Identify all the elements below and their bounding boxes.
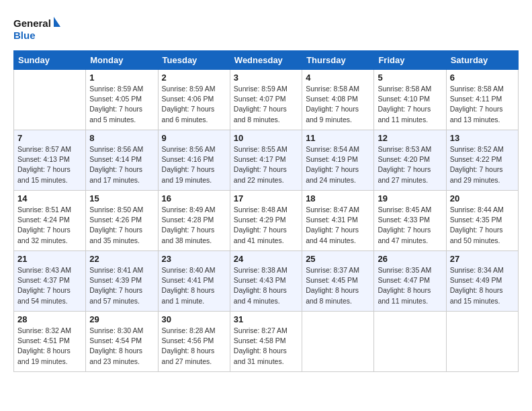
day-header-wednesday: Wednesday	[230, 51, 302, 70]
day-number: 11	[306, 133, 370, 143]
calendar-cell: 9Sunrise: 8:56 AMSunset: 4:16 PMDaylight…	[158, 130, 230, 191]
calendar-cell: 2Sunrise: 8:59 AMSunset: 4:06 PMDaylight…	[158, 70, 230, 130]
calendar-cell: 6Sunrise: 8:58 AMSunset: 4:11 PMDaylight…	[446, 70, 518, 130]
calendar-cell	[302, 312, 374, 372]
day-info: Sunrise: 8:43 AMSunset: 4:37 PMDaylight:…	[17, 265, 82, 306]
day-number: 5	[378, 73, 442, 83]
day-number: 19	[378, 193, 442, 203]
day-header-tuesday: Tuesday	[158, 51, 230, 70]
day-info: Sunrise: 8:40 AMSunset: 4:41 PMDaylight:…	[162, 265, 226, 306]
day-info: Sunrise: 8:48 AMSunset: 4:29 PMDaylight:…	[234, 205, 298, 246]
day-number: 28	[17, 314, 82, 324]
calendar-cell: 16Sunrise: 8:49 AMSunset: 4:28 PMDayligh…	[158, 191, 230, 251]
calendar-cell: 29Sunrise: 8:30 AMSunset: 4:54 PMDayligh…	[86, 312, 158, 372]
page-header: General Blue	[13, 13, 519, 44]
day-number: 17	[234, 193, 298, 203]
calendar-week-4: 21Sunrise: 8:43 AMSunset: 4:37 PMDayligh…	[14, 251, 519, 312]
day-info: Sunrise: 8:45 AMSunset: 4:33 PMDaylight:…	[378, 205, 442, 246]
calendar-cell: 30Sunrise: 8:28 AMSunset: 4:56 PMDayligh…	[158, 312, 230, 372]
day-info: Sunrise: 8:58 AMSunset: 4:08 PMDaylight:…	[306, 84, 370, 125]
day-number: 29	[89, 314, 154, 324]
day-number: 2	[162, 73, 226, 83]
day-info: Sunrise: 8:59 AMSunset: 4:05 PMDaylight:…	[89, 84, 154, 125]
day-number: 23	[162, 254, 226, 264]
calendar-cell: 23Sunrise: 8:40 AMSunset: 4:41 PMDayligh…	[158, 251, 230, 312]
day-number: 8	[89, 133, 154, 143]
day-number: 16	[162, 193, 226, 203]
calendar-cell: 7Sunrise: 8:57 AMSunset: 4:13 PMDaylight…	[14, 130, 86, 191]
day-number: 22	[89, 254, 154, 264]
day-number: 14	[17, 193, 82, 203]
day-info: Sunrise: 8:49 AMSunset: 4:28 PMDaylight:…	[162, 205, 226, 246]
day-number: 27	[450, 254, 515, 264]
calendar-week-5: 28Sunrise: 8:32 AMSunset: 4:51 PMDayligh…	[14, 312, 519, 372]
calendar-cell: 5Sunrise: 8:58 AMSunset: 4:10 PMDaylight…	[374, 70, 446, 130]
calendar-cell: 28Sunrise: 8:32 AMSunset: 4:51 PMDayligh…	[14, 312, 86, 372]
day-number: 3	[234, 73, 298, 83]
calendar-header-row: SundayMondayTuesdayWednesdayThursdayFrid…	[14, 51, 519, 70]
day-info: Sunrise: 8:38 AMSunset: 4:43 PMDaylight:…	[234, 265, 298, 306]
day-info: Sunrise: 8:35 AMSunset: 4:47 PMDaylight:…	[378, 265, 442, 306]
day-number: 24	[234, 254, 298, 264]
day-info: Sunrise: 8:51 AMSunset: 4:24 PMDaylight:…	[17, 205, 82, 246]
calendar-week-2: 7Sunrise: 8:57 AMSunset: 4:13 PMDaylight…	[14, 130, 519, 191]
day-info: Sunrise: 8:57 AMSunset: 4:13 PMDaylight:…	[17, 144, 82, 185]
day-header-friday: Friday	[374, 51, 446, 70]
calendar-cell: 18Sunrise: 8:47 AMSunset: 4:31 PMDayligh…	[302, 191, 374, 251]
calendar-cell: 4Sunrise: 8:58 AMSunset: 4:08 PMDaylight…	[302, 70, 374, 130]
day-info: Sunrise: 8:56 AMSunset: 4:16 PMDaylight:…	[162, 144, 226, 185]
day-info: Sunrise: 8:58 AMSunset: 4:11 PMDaylight:…	[450, 84, 515, 125]
calendar-week-3: 14Sunrise: 8:51 AMSunset: 4:24 PMDayligh…	[14, 191, 519, 251]
day-number: 6	[450, 73, 515, 83]
day-info: Sunrise: 8:55 AMSunset: 4:17 PMDaylight:…	[234, 144, 298, 185]
day-number: 30	[162, 314, 226, 324]
day-info: Sunrise: 8:59 AMSunset: 4:07 PMDaylight:…	[234, 84, 298, 125]
logo: General Blue	[13, 13, 60, 44]
calendar-cell: 1Sunrise: 8:59 AMSunset: 4:05 PMDaylight…	[86, 70, 158, 130]
calendar-cell: 19Sunrise: 8:45 AMSunset: 4:33 PMDayligh…	[374, 191, 446, 251]
calendar-cell: 24Sunrise: 8:38 AMSunset: 4:43 PMDayligh…	[230, 251, 302, 312]
day-info: Sunrise: 8:32 AMSunset: 4:51 PMDaylight:…	[17, 326, 82, 367]
day-info: Sunrise: 8:59 AMSunset: 4:06 PMDaylight:…	[162, 84, 226, 125]
day-info: Sunrise: 8:58 AMSunset: 4:10 PMDaylight:…	[378, 84, 442, 125]
calendar-cell: 11Sunrise: 8:54 AMSunset: 4:19 PMDayligh…	[302, 130, 374, 191]
day-header-monday: Monday	[86, 51, 158, 70]
calendar-cell	[374, 312, 446, 372]
calendar-cell: 22Sunrise: 8:41 AMSunset: 4:39 PMDayligh…	[86, 251, 158, 312]
calendar-cell: 12Sunrise: 8:53 AMSunset: 4:20 PMDayligh…	[374, 130, 446, 191]
calendar-cell: 14Sunrise: 8:51 AMSunset: 4:24 PMDayligh…	[14, 191, 86, 251]
logo-icon: General Blue	[13, 13, 60, 44]
svg-text:Blue: Blue	[13, 30, 36, 41]
day-number: 9	[162, 133, 226, 143]
calendar-cell: 31Sunrise: 8:27 AMSunset: 4:58 PMDayligh…	[230, 312, 302, 372]
calendar-cell	[14, 70, 86, 130]
day-number: 31	[234, 314, 298, 324]
day-number: 25	[306, 254, 370, 264]
day-info: Sunrise: 8:28 AMSunset: 4:56 PMDaylight:…	[162, 326, 226, 367]
day-number: 18	[306, 193, 370, 203]
day-number: 10	[234, 133, 298, 143]
day-number: 13	[450, 133, 515, 143]
calendar-cell: 13Sunrise: 8:52 AMSunset: 4:22 PMDayligh…	[446, 130, 518, 191]
day-header-thursday: Thursday	[302, 51, 374, 70]
day-info: Sunrise: 8:53 AMSunset: 4:20 PMDaylight:…	[378, 144, 442, 185]
calendar-cell: 15Sunrise: 8:50 AMSunset: 4:26 PMDayligh…	[86, 191, 158, 251]
calendar-cell	[446, 312, 518, 372]
day-header-saturday: Saturday	[446, 51, 518, 70]
calendar-cell: 21Sunrise: 8:43 AMSunset: 4:37 PMDayligh…	[14, 251, 86, 312]
calendar-cell: 25Sunrise: 8:37 AMSunset: 4:45 PMDayligh…	[302, 251, 374, 312]
svg-marker-2	[54, 17, 60, 27]
calendar-cell: 27Sunrise: 8:34 AMSunset: 4:49 PMDayligh…	[446, 251, 518, 312]
calendar-cell: 17Sunrise: 8:48 AMSunset: 4:29 PMDayligh…	[230, 191, 302, 251]
day-info: Sunrise: 8:34 AMSunset: 4:49 PMDaylight:…	[450, 265, 515, 306]
day-number: 4	[306, 73, 370, 83]
day-info: Sunrise: 8:37 AMSunset: 4:45 PMDaylight:…	[306, 265, 370, 306]
day-number: 7	[17, 133, 82, 143]
day-info: Sunrise: 8:47 AMSunset: 4:31 PMDaylight:…	[306, 205, 370, 246]
svg-text:General: General	[13, 17, 51, 29]
day-header-sunday: Sunday	[14, 51, 86, 70]
day-number: 12	[378, 133, 442, 143]
day-info: Sunrise: 8:56 AMSunset: 4:14 PMDaylight:…	[89, 144, 154, 185]
day-number: 21	[17, 254, 82, 264]
calendar-cell: 3Sunrise: 8:59 AMSunset: 4:07 PMDaylight…	[230, 70, 302, 130]
